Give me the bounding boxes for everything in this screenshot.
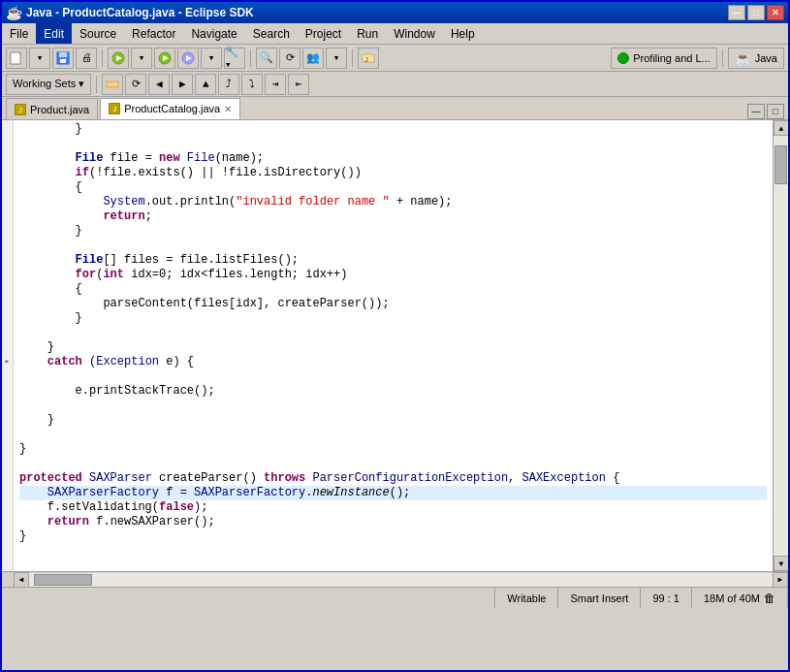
separator5 (96, 76, 97, 93)
history-button[interactable]: ⟳ (279, 48, 300, 69)
up-button[interactable]: ▲ (195, 74, 216, 95)
java-icon: ☕ (735, 50, 751, 66)
breadcrumb-btn1[interactable] (102, 74, 123, 95)
code-line-9 (19, 239, 767, 253)
tab-close-button[interactable]: ✕ (224, 104, 232, 114)
code-line-10: File[] files = file.listFiles(); (19, 253, 767, 268)
memory-label: 18M of 40M (704, 592, 760, 604)
menu-run[interactable]: Run (349, 23, 386, 44)
code-line-13: parseContent(files[idx], createParser())… (19, 297, 767, 311)
code-line-29: } (19, 529, 767, 544)
marker15 (2, 326, 13, 340)
save-button[interactable] (52, 48, 74, 69)
svg-rect-3 (59, 52, 67, 57)
back-button[interactable]: ◀ (148, 74, 170, 95)
separator4 (722, 49, 723, 67)
java-perspective[interactable]: ☕ Java (728, 48, 784, 69)
marker2 (2, 137, 13, 151)
menu-project[interactable]: Project (298, 23, 349, 44)
status-bar: Writable Smart Insert 99 : 1 18M of 40M … (2, 587, 788, 608)
marker14 (2, 311, 13, 326)
editor-container: ▸ } File file = new File(name); if(!file… (2, 120, 788, 571)
app-icon: ☕ (6, 5, 22, 20)
code-line-26: SAXParserFactory f = SAXParserFactory.ne… (19, 486, 767, 500)
nav-btn5[interactable]: ⇤ (288, 74, 309, 95)
new-button[interactable] (6, 48, 27, 69)
external-tools[interactable]: 🔧▾ (224, 48, 245, 69)
code-line-24 (19, 457, 767, 471)
menu-window[interactable]: Window (386, 23, 443, 44)
marker22 (2, 428, 13, 442)
maximize-button[interactable]: □ (747, 5, 765, 20)
sync-button[interactable]: ⟳ (125, 74, 146, 95)
debug-button[interactable] (177, 48, 199, 69)
menu-refactor[interactable]: Refactor (124, 23, 183, 44)
scroll-thumb[interactable] (774, 145, 787, 184)
horizontal-scrollbar[interactable]: ◀ ▶ (2, 571, 788, 587)
marker11 (2, 268, 13, 282)
code-line-19: e.printStackTrace(); (19, 384, 767, 399)
tab-product-java[interactable]: J Product.java (6, 98, 98, 119)
toolbar1: ▾ 🖨 ▾ ▾ 🔧▾ 🔍 ⟳ 👥 ▾ J Profiling and L... … (2, 45, 788, 72)
marker5 (2, 180, 13, 195)
search-button[interactable]: 🔍 (256, 48, 277, 69)
tab-bar-buttons: — □ (747, 104, 788, 119)
collapse-marker[interactable]: ▸ (2, 355, 13, 369)
code-line-28: return f.newSAXParser(); (19, 515, 767, 529)
new-dropdown[interactable]: ▾ (29, 48, 50, 69)
run-last-button[interactable] (108, 48, 129, 69)
code-area[interactable]: } File file = new File(name); if(!file.e… (14, 120, 773, 571)
scroll-right-arrow[interactable]: ▶ (773, 572, 788, 588)
minimize-button[interactable]: — (728, 5, 745, 20)
editor-minimize[interactable]: — (747, 104, 765, 119)
menu-edit[interactable]: Edit (36, 23, 72, 44)
scroll-down-arrow[interactable]: ▼ (774, 556, 788, 571)
vertical-scrollbar[interactable]: ▲ ▼ (773, 120, 788, 571)
menu-help[interactable]: Help (443, 23, 483, 44)
menu-search[interactable]: Search (245, 23, 298, 44)
separator3 (352, 49, 353, 67)
separator2 (250, 49, 251, 67)
window-title: Java - ProductCatalog.java - Eclipse SDK (26, 6, 254, 19)
marker9 (2, 239, 13, 253)
menu-file[interactable]: File (2, 23, 36, 44)
menu-navigate[interactable]: Navigate (183, 23, 244, 44)
open-type[interactable]: J (358, 48, 379, 69)
marker6 (2, 195, 13, 209)
nav-btn4[interactable]: ⇥ (265, 74, 286, 95)
tab-productcatalog-java[interactable]: J ProductCatalog.java ✕ (100, 98, 240, 119)
team-dropdown[interactable]: ▾ (326, 48, 347, 69)
svg-rect-4 (60, 59, 66, 63)
run-button[interactable] (154, 48, 175, 69)
h-scroll-track[interactable] (29, 573, 773, 587)
profile-label: Profiling and L... (633, 52, 711, 64)
svg-rect-13 (107, 81, 118, 87)
marker16 (2, 340, 13, 355)
marker13 (2, 297, 13, 311)
scroll-up-arrow[interactable]: ▲ (774, 120, 788, 136)
print-button[interactable]: 🖨 (76, 48, 97, 69)
team-button[interactable]: 👥 (302, 48, 324, 69)
close-button[interactable]: ✕ (767, 5, 784, 20)
editor-maximize[interactable]: □ (767, 104, 784, 119)
debug-dropdown[interactable]: ▾ (201, 48, 222, 69)
garbage-icon[interactable]: 🗑 (764, 592, 775, 605)
working-sets-dropdown[interactable]: Working Sets ▾ (6, 74, 91, 95)
nav-btn2[interactable]: ⤴ (218, 74, 239, 95)
forward-button[interactable]: ▶ (172, 74, 193, 95)
code-line-21: } (19, 413, 767, 428)
java-file-icon: J (15, 104, 26, 115)
run-dropdown[interactable]: ▾ (131, 48, 152, 69)
code-line-27: f.setValidating(false); (19, 500, 767, 515)
nav-btn3[interactable]: ⤵ (241, 74, 263, 95)
scroll-track[interactable] (774, 136, 788, 556)
title-buttons: — □ ✕ (728, 5, 784, 20)
code-line-14: } (19, 311, 767, 326)
scroll-left-arrow[interactable]: ◀ (14, 572, 29, 588)
h-scroll-thumb[interactable] (34, 574, 92, 586)
marker7 (2, 209, 13, 224)
title-bar-left: ☕ Java - ProductCatalog.java - Eclipse S… (6, 5, 254, 20)
menu-source[interactable]: Source (72, 23, 124, 44)
profile-dropdown[interactable]: Profiling and L... (611, 48, 717, 69)
java-label: Java (755, 52, 777, 64)
